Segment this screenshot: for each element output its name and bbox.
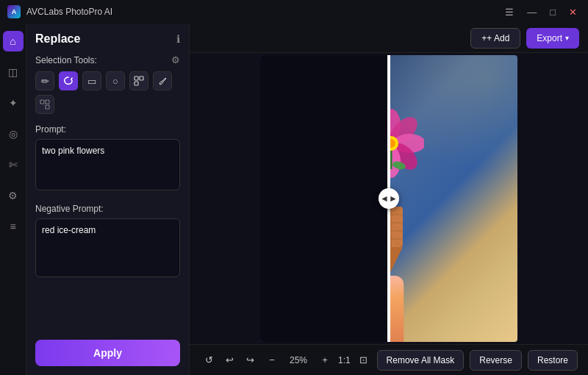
export-button[interactable]: Export ▾ xyxy=(526,28,579,49)
title-bar-left: A AVCLabs PhotoPro AI xyxy=(7,5,112,18)
split-handle[interactable]: ◄► xyxy=(379,188,399,209)
lasso-tool[interactable] xyxy=(59,71,78,90)
before-image xyxy=(260,55,389,342)
title-bar: A AVCLabs PhotoPro AI ☰ — □ ✕ xyxy=(0,0,588,24)
ellipse-tool[interactable]: ○ xyxy=(106,71,125,90)
export-label: Export xyxy=(537,33,562,43)
brush-tool[interactable] xyxy=(153,71,172,90)
svg-rect-5 xyxy=(46,100,49,104)
panel-header: Replace ℹ xyxy=(35,32,180,46)
svg-rect-2 xyxy=(135,82,138,85)
info-button[interactable]: ℹ xyxy=(176,33,180,45)
icon-sidebar: ⌂ ◫ ✦ ◎ ✄ ⚙ ≡ xyxy=(0,24,26,375)
apply-button[interactable]: Apply xyxy=(35,340,180,366)
split-arrows-icon: ◄► xyxy=(380,193,398,204)
app-container: ⌂ ◫ ✦ ◎ ✄ ⚙ ≡ Replace ℹ Selection Tools:… xyxy=(0,24,588,375)
sidebar-item-cutout[interactable]: ✄ xyxy=(3,154,24,175)
negative-prompt-label: Negative Prompt: xyxy=(35,204,180,214)
app-title: AVCLabs PhotoPro AI xyxy=(26,7,112,17)
tools-row: ✏ ▭ ○ xyxy=(35,71,180,114)
plus-icon: + xyxy=(481,33,487,43)
redo-button[interactable]: ↪ xyxy=(241,351,259,369)
bottom-toolbar: ↺ ↩ ↪ − 25% + 1:1 ⊡ Remove All Mask Reve… xyxy=(190,344,588,375)
sidebar-item-layers[interactable]: ◫ xyxy=(3,62,24,82)
split-container[interactable]: ◄► xyxy=(260,55,517,342)
svg-rect-1 xyxy=(140,76,143,80)
negative-prompt-input[interactable]: red ice-cream xyxy=(35,218,180,277)
menu-button[interactable]: ☰ xyxy=(501,5,517,19)
smart-select-tool[interactable] xyxy=(129,71,148,90)
fit-view-button[interactable]: ⊡ xyxy=(355,351,373,369)
zoom-controls: ↺ ↩ ↪ − 25% + 1:1 ⊡ xyxy=(200,351,373,369)
sidebar-item-effects[interactable]: ✦ xyxy=(3,93,24,113)
prompt-label: Prompt: xyxy=(35,124,180,135)
svg-rect-0 xyxy=(135,76,138,80)
app-logo: A xyxy=(7,5,21,18)
zoom-ratio-display: 1:1 xyxy=(338,355,351,365)
svg-rect-3 xyxy=(40,100,44,104)
rect-tool[interactable]: ▭ xyxy=(82,71,101,90)
sidebar-item-home[interactable]: ⌂ xyxy=(3,31,24,51)
tools-settings-button[interactable]: ⚙ xyxy=(171,54,180,65)
sidebar-item-retouch[interactable]: ◎ xyxy=(3,124,24,144)
export-chevron-icon: ▾ xyxy=(565,34,569,42)
undo-redo-group: ↺ ↩ ↪ xyxy=(200,351,259,369)
bottom-actions: Remove All Mask Reverse Restore xyxy=(377,350,578,371)
image-viewer: ◄► xyxy=(190,53,588,344)
sidebar-item-tools[interactable]: ⚙ xyxy=(3,185,24,206)
restore-button[interactable]: Restore xyxy=(528,350,578,371)
sidebar-item-sliders[interactable]: ≡ xyxy=(3,216,24,237)
add-button[interactable]: + + Add xyxy=(470,28,520,49)
window-controls: ☰ — □ ✕ xyxy=(501,5,581,19)
zoom-out-button[interactable]: − xyxy=(263,351,281,369)
remove-all-mask-button[interactable]: Remove All Mask xyxy=(377,350,465,371)
selection-tools-label: Selection Tools: xyxy=(35,55,97,65)
top-bar: + + Add Export ▾ xyxy=(190,24,588,53)
rotate-button[interactable]: ↺ xyxy=(200,351,218,369)
zoom-in-button[interactable]: + xyxy=(316,351,334,369)
zoom-level-display: 25% xyxy=(285,355,312,365)
undo-button[interactable]: ↩ xyxy=(220,351,238,369)
maximize-button[interactable]: □ xyxy=(546,5,559,19)
prompt-input[interactable]: two pink flowers xyxy=(35,139,180,190)
close-button[interactable]: ✕ xyxy=(565,5,581,19)
pen-tool[interactable]: ✏ xyxy=(35,71,54,90)
canvas-area: + + Add Export ▾ xyxy=(190,24,588,375)
minimize-button[interactable]: — xyxy=(523,5,540,19)
svg-rect-4 xyxy=(46,105,49,109)
add-label: + Add xyxy=(487,33,509,43)
panel-title: Replace xyxy=(35,32,80,46)
magic-wand-tool[interactable] xyxy=(35,95,54,114)
selection-tools-header: Selection Tools: ⚙ xyxy=(35,54,180,65)
left-panel: Replace ℹ Selection Tools: ⚙ ✏ ▭ ○ Promp xyxy=(26,24,190,375)
reverse-button[interactable]: Reverse xyxy=(470,350,522,371)
